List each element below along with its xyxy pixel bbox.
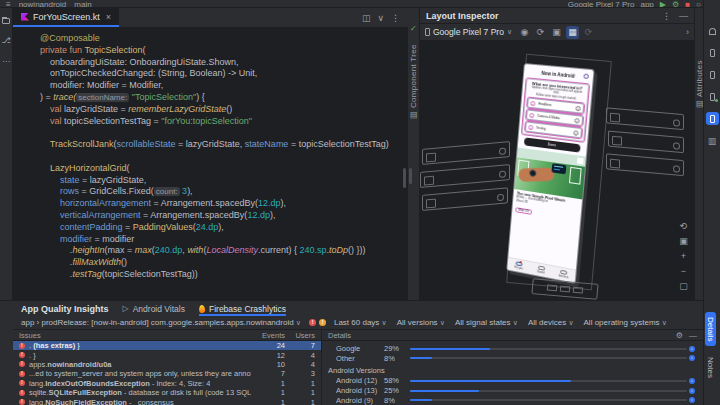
issue-row[interactable]: !sqlite.SQLiteFullException - database o… bbox=[13, 388, 321, 397]
layout-inspector-viewport[interactable]: Now in Android What are you interested i… bbox=[420, 41, 694, 300]
inspections-ok-icon[interactable]: ✓ bbox=[410, 24, 417, 33]
topic-check-icon[interactable]: + bbox=[573, 130, 579, 136]
stop-icon[interactable]: ■ bbox=[685, 0, 690, 8]
project-tool-window-icon[interactable] bbox=[2, 18, 10, 24]
filter-all-signal-states[interactable]: All signal states ∨ bbox=[455, 318, 518, 327]
topic-chip[interactable]: Wear OS bbox=[515, 208, 532, 216]
issue-events-count: 1 bbox=[251, 388, 285, 397]
fatal-filter-icon[interactable]: ! bbox=[309, 319, 316, 326]
filter-all-devices[interactable]: All devices ∨ bbox=[528, 318, 574, 327]
zoom-in-icon[interactable]: + bbox=[678, 251, 689, 262]
issue-row[interactable]: !lang.IndexOutOfBoundsException - Index:… bbox=[13, 379, 321, 388]
aqi-tab-android-vitals[interactable]: ▷Android Vitals bbox=[123, 301, 185, 316]
bar-info-icon[interactable]: i bbox=[689, 355, 695, 361]
code-area[interactable]: @Composableprivate fun TopicSelection( o… bbox=[13, 28, 408, 300]
running-devices-icon bbox=[710, 115, 715, 123]
menu-icon[interactable]: ≡ bbox=[6, 0, 11, 8]
side-tab-notes[interactable]: Notes bbox=[705, 352, 716, 383]
bar-label: Android (13) bbox=[328, 386, 384, 395]
issue-users-count: 4 bbox=[285, 351, 315, 360]
snapshot-icon[interactable]: ⟳ bbox=[534, 26, 547, 39]
account-icon bbox=[583, 74, 589, 80]
tab-list-chevron-icon[interactable]: ∨ bbox=[377, 13, 384, 23]
view-options-icon[interactable]: ◉ bbox=[518, 26, 531, 39]
component-tree-tab[interactable]: ▤ Component Tree bbox=[409, 44, 418, 120]
component-tree-icon: ▤ bbox=[409, 111, 418, 120]
issue-row[interactable]: !lang.NoSuchFieldException - _consensus1… bbox=[13, 397, 321, 405]
tab-foryouscreen[interactable]: ForYouScreen.kt × bbox=[13, 8, 119, 27]
layer-spacing-icon[interactable]: ▣ bbox=[678, 236, 689, 247]
emulator-icon[interactable] bbox=[706, 90, 719, 103]
logcat-icon[interactable]: ▥ bbox=[706, 134, 719, 147]
issue-row[interactable]: !. (has extras) }247 bbox=[13, 341, 321, 350]
device-manager-icon[interactable] bbox=[706, 46, 719, 59]
bar-info-icon[interactable]: i bbox=[689, 346, 695, 352]
topic-check-icon[interactable]: + bbox=[574, 118, 580, 124]
issue-events-count: 1 bbox=[251, 379, 285, 388]
panel-minimize-icon[interactable]: — bbox=[679, 11, 688, 21]
filter-all-versions[interactable]: All versions ∨ bbox=[397, 318, 445, 327]
toolbar-expand-chevron-icon[interactable]: › bbox=[686, 27, 689, 37]
device-selector[interactable]: Google Pixel 7 Pro bbox=[568, 0, 635, 8]
bar-percent: 8% bbox=[384, 354, 410, 363]
close-tab-icon[interactable]: × bbox=[106, 12, 111, 22]
device-dropdown[interactable]: Google Pixel 7 Pro ∨ bbox=[425, 27, 512, 37]
details-settings-gear-icon[interactable]: ⚙ bbox=[676, 331, 683, 340]
editor-area: ForYouScreen.kt × ◫ ∨ ⋮ @Composablepriva… bbox=[13, 8, 408, 300]
nav-label: Interests bbox=[558, 274, 568, 279]
issue-row[interactable]: !apps.nowinandroid/u0a104 bbox=[13, 360, 321, 369]
layers-icon[interactable]: ▣ bbox=[550, 26, 563, 39]
side-tab-details[interactable]: Details bbox=[705, 312, 716, 346]
bookmark-icon[interactable] bbox=[577, 158, 584, 165]
crash-severity-icon: ! bbox=[19, 371, 25, 377]
device-explorer-icon[interactable] bbox=[706, 68, 719, 81]
crash-severity-icon: ! bbox=[19, 343, 25, 349]
filter-all-operating-systems[interactable]: All operating systems ∨ bbox=[584, 318, 667, 327]
details-minimize-icon[interactable]: — bbox=[689, 331, 697, 340]
issue-row[interactable]: !. }124 bbox=[13, 350, 321, 359]
android-vitals-icon: ▷ bbox=[123, 304, 129, 313]
scope-dropdown[interactable]: app › prodRelease: [now-in-android] com.… bbox=[21, 318, 301, 327]
running-devices-icon[interactable] bbox=[706, 112, 719, 125]
more-tool-windows-icon[interactable]: ⋯ bbox=[2, 57, 11, 66]
issue-text: lang.NoSuchFieldException - _consensus bbox=[29, 398, 174, 405]
topic-icon: + bbox=[529, 113, 534, 119]
notifications-icon[interactable] bbox=[706, 24, 719, 37]
filter-last-60-days[interactable]: Last 60 days ∨ bbox=[334, 318, 387, 327]
aqi-tab-label: Android Vitals bbox=[133, 304, 185, 314]
run-icon[interactable]: ▶ bbox=[660, 0, 666, 8]
module-selector[interactable]: app bbox=[640, 0, 653, 8]
bar-info-icon[interactable]: i bbox=[689, 378, 695, 384]
bar-label: Android (12) bbox=[328, 376, 384, 385]
reset-view-icon[interactable]: ⟲ bbox=[678, 221, 689, 232]
panel-kebab-icon[interactable]: ⋮ bbox=[662, 11, 671, 21]
bar-info-icon[interactable]: i bbox=[689, 388, 695, 394]
issue-users-count: 1 bbox=[285, 388, 315, 397]
issue-users-count: 3 bbox=[285, 369, 315, 378]
layout-inspector-toolbar: Google Pixel 7 Pro ∨ ◉⟳▣▦⟳ › bbox=[420, 24, 694, 41]
refresh-icon[interactable]: ⟳ bbox=[582, 26, 595, 39]
issue-row[interactable]: !...ed to system_server and system apps … bbox=[13, 369, 321, 378]
topic-check-icon[interactable]: + bbox=[575, 105, 581, 111]
debug-icon[interactable]: ⚙ bbox=[672, 0, 679, 8]
aqi-header: App Quality Insights ▷Android VitalsFire… bbox=[13, 301, 703, 316]
zoom-out-icon[interactable]: − bbox=[678, 266, 689, 277]
project-name[interactable]: nowinandroid bbox=[19, 0, 67, 8]
non-fatal-filter-icon[interactable]: ! bbox=[319, 319, 326, 326]
split-editor-icon[interactable]: ◫ bbox=[362, 13, 371, 23]
bar-info-icon[interactable]: i bbox=[689, 397, 695, 403]
editor-scrollbar[interactable] bbox=[403, 168, 406, 188]
editor-options-kebab-icon[interactable]: ⋮ bbox=[391, 13, 400, 23]
search-icon[interactable]: ○ bbox=[696, 0, 701, 8]
issue-events-count: 1 bbox=[251, 398, 285, 405]
branch-name[interactable]: main bbox=[74, 0, 91, 8]
issue-text: sqlite.SQLiteFullException - database or… bbox=[29, 388, 251, 397]
zoom-to-fit-icon[interactable]: ▢ bbox=[678, 281, 689, 292]
aqi-tab-firebase-crashlytics[interactable]: Firebase Crashlytics bbox=[199, 301, 286, 316]
component-tree-scroll-thumb[interactable] bbox=[409, 168, 412, 184]
nav-label: Saved bbox=[537, 270, 545, 274]
kotlin-file-icon bbox=[21, 13, 29, 21]
code-line: .heightIn(max = max(240.dp, with(LocalDe… bbox=[40, 245, 408, 257]
commit-tool-window-icon[interactable]: ⎇ bbox=[2, 36, 11, 45]
toggle-3d-mode-icon[interactable]: ▦ bbox=[566, 26, 579, 39]
